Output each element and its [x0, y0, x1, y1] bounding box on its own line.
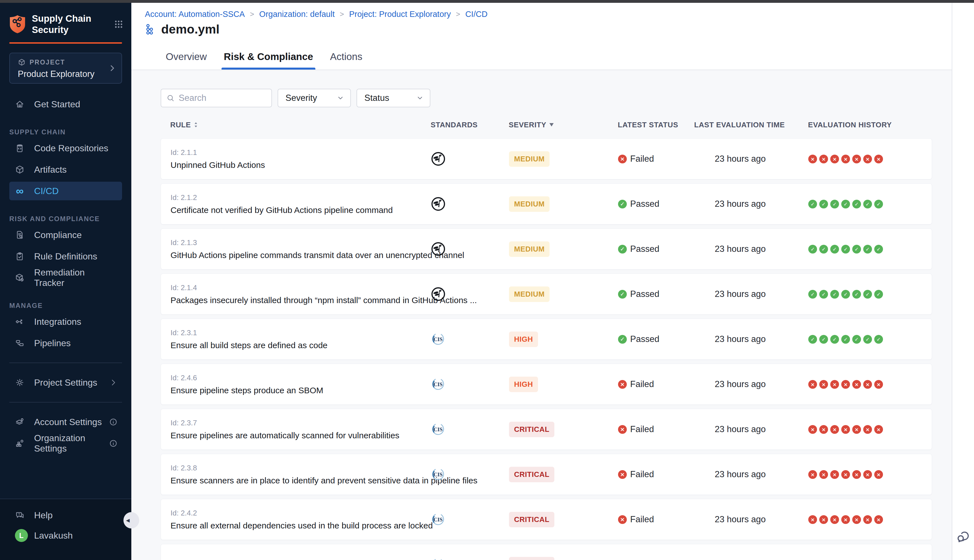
history-passed-icon[interactable]: ✓	[874, 200, 883, 208]
history-failed-icon[interactable]: ×	[852, 470, 861, 479]
table-row[interactable]: Id: 2.4.6Ensure pipeline steps produce a…	[161, 364, 932, 405]
history-failed-icon[interactable]: ×	[819, 155, 828, 163]
sidebar-item-project-settings[interactable]: Project Settings	[9, 373, 122, 392]
history-failed-icon[interactable]: ×	[841, 470, 850, 479]
history-failed-icon[interactable]: ×	[819, 470, 828, 479]
history-passed-icon[interactable]: ✓	[808, 200, 817, 208]
sidebar-item-account-settings[interactable]: Account Settings	[9, 413, 122, 431]
sidebar-item-pipelines[interactable]: Pipelines	[9, 334, 122, 352]
history-passed-icon[interactable]: ✓	[819, 200, 828, 208]
tab-actions[interactable]: Actions	[328, 44, 365, 70]
sidebar-item-help[interactable]: ?Help	[9, 506, 122, 525]
history-failed-icon[interactable]: ×	[819, 515, 828, 524]
table-row[interactable]: Id: 2.3.7Ensure pipelines are automatica…	[161, 409, 932, 450]
history-passed-icon[interactable]: ✓	[830, 245, 839, 253]
history-passed-icon[interactable]: ✓	[863, 290, 872, 298]
table-row[interactable]: Id: 2.4.2Ensure all external dependencie…	[161, 499, 932, 540]
history-passed-icon[interactable]: ✓	[841, 335, 850, 344]
table-row[interactable]: Id: 2.3.8Ensure scanners are in place to…	[161, 454, 932, 495]
table-row[interactable]: Id: 2.1.1Unpinned GitHub ActionsMEDIUM×F…	[161, 138, 932, 180]
history-passed-icon[interactable]: ✓	[874, 245, 883, 253]
history-passed-icon[interactable]: ✓	[808, 335, 817, 344]
history-failed-icon[interactable]: ×	[808, 425, 817, 434]
tab-risk-compliance[interactable]: Risk & Compliance	[222, 44, 315, 70]
history-failed-icon[interactable]: ×	[863, 470, 872, 479]
history-failed-icon[interactable]: ×	[830, 515, 839, 524]
history-failed-icon[interactable]: ×	[819, 380, 828, 389]
sidebar-item-rule-definitions[interactable]: Rule Definitions	[9, 247, 122, 266]
history-passed-icon[interactable]: ✓	[819, 290, 828, 298]
table-row[interactable]: Id: 2.3.1Ensure all build steps are defi…	[161, 318, 932, 360]
sidebar-item-get-started[interactable]: Get Started	[9, 95, 122, 113]
sort-desc-icon[interactable]	[549, 123, 554, 127]
history-passed-icon[interactable]: ✓	[819, 335, 828, 344]
tab-overview[interactable]: Overview	[163, 44, 209, 70]
sidebar-collapse-handle[interactable]: ◀	[123, 512, 139, 528]
sidebar-item-integrations[interactable]: Integrations	[9, 312, 122, 331]
history-failed-icon[interactable]: ×	[808, 155, 817, 163]
sort-icon[interactable]	[193, 122, 198, 128]
history-failed-icon[interactable]: ×	[863, 380, 872, 389]
history-failed-icon[interactable]: ×	[874, 155, 883, 163]
breadcrumb-link[interactable]: CI/CD	[465, 10, 487, 19]
history-passed-icon[interactable]: ✓	[830, 290, 839, 298]
module-grid-icon[interactable]	[114, 20, 123, 29]
history-passed-icon[interactable]: ✓	[808, 290, 817, 298]
history-failed-icon[interactable]: ×	[852, 380, 861, 389]
status-filter-dropdown[interactable]: Status	[357, 89, 430, 107]
history-passed-icon[interactable]: ✓	[841, 290, 850, 298]
history-passed-icon[interactable]: ✓	[863, 245, 872, 253]
history-passed-icon[interactable]: ✓	[841, 245, 850, 253]
history-failed-icon[interactable]: ×	[808, 470, 817, 479]
table-row[interactable]: Id: 2.1.4Packages insecurely installed t…	[161, 273, 932, 315]
sidebar-item-ci-cd[interactable]: ∞CI/CD	[9, 182, 122, 200]
history-passed-icon[interactable]: ✓	[874, 290, 883, 298]
history-passed-icon[interactable]: ✓	[808, 245, 817, 253]
history-failed-icon[interactable]: ×	[830, 380, 839, 389]
breadcrumb-link[interactable]: Account: Automation-SSCA	[145, 10, 245, 19]
history-passed-icon[interactable]: ✓	[841, 200, 850, 208]
history-failed-icon[interactable]: ×	[874, 515, 883, 524]
column-header-rule[interactable]: RULE	[170, 120, 430, 129]
table-row[interactable]: Id: 3.1.7CISCRITICAL×Failed23 hours ago×…	[161, 544, 932, 560]
history-failed-icon[interactable]: ×	[841, 515, 850, 524]
project-selector[interactable]: PROJECT Product Exploratory	[9, 53, 122, 84]
history-passed-icon[interactable]: ✓	[830, 335, 839, 344]
history-failed-icon[interactable]: ×	[863, 515, 872, 524]
history-passed-icon[interactable]: ✓	[852, 335, 861, 344]
info-icon[interactable]	[109, 439, 118, 448]
history-failed-icon[interactable]: ×	[808, 380, 817, 389]
table-row[interactable]: Id: 2.1.3GitHub Actions pipeline command…	[161, 228, 932, 270]
sidebar-item-code-repositories[interactable]: Code Repositories	[9, 139, 122, 157]
history-failed-icon[interactable]: ×	[863, 425, 872, 434]
breadcrumb-link[interactable]: Organization: default	[259, 10, 335, 19]
history-passed-icon[interactable]: ✓	[819, 245, 828, 253]
history-failed-icon[interactable]: ×	[852, 155, 861, 163]
column-header-severity[interactable]: SEVERITY	[509, 120, 618, 129]
history-failed-icon[interactable]: ×	[874, 470, 883, 479]
history-failed-icon[interactable]: ×	[841, 380, 850, 389]
history-failed-icon[interactable]: ×	[830, 425, 839, 434]
history-failed-icon[interactable]: ×	[863, 155, 872, 163]
sidebar-item-remediation-tracker[interactable]: Remediation Tracker	[9, 268, 122, 287]
history-passed-icon[interactable]: ✓	[852, 290, 861, 298]
history-failed-icon[interactable]: ×	[808, 515, 817, 524]
history-failed-icon[interactable]: ×	[852, 515, 861, 524]
history-failed-icon[interactable]: ×	[841, 155, 850, 163]
severity-filter-dropdown[interactable]: Severity	[278, 89, 351, 107]
feedback-chat-icon[interactable]	[956, 530, 970, 544]
history-failed-icon[interactable]: ×	[874, 380, 883, 389]
history-failed-icon[interactable]: ×	[819, 425, 828, 434]
sidebar-item-artifacts[interactable]: Artifacts	[9, 160, 122, 179]
history-passed-icon[interactable]: ✓	[830, 200, 839, 208]
history-passed-icon[interactable]: ✓	[874, 335, 883, 344]
sidebar-item-compliance[interactable]: Compliance	[9, 226, 122, 244]
user-menu[interactable]: LLavakush	[9, 526, 122, 545]
history-passed-icon[interactable]: ✓	[863, 200, 872, 208]
history-passed-icon[interactable]: ✓	[852, 200, 861, 208]
info-icon[interactable]	[109, 418, 118, 426]
breadcrumb-link[interactable]: Project: Product Exploratory	[349, 10, 451, 19]
history-failed-icon[interactable]: ×	[830, 155, 839, 163]
history-failed-icon[interactable]: ×	[830, 470, 839, 479]
sidebar-item-organization-settings[interactable]: Organization Settings	[9, 434, 122, 453]
